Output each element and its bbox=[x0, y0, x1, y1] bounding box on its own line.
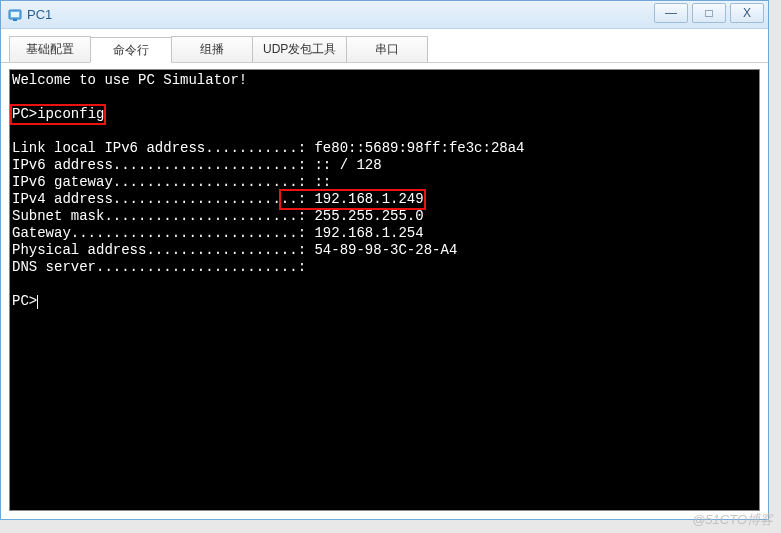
maximize-button[interactable]: □ bbox=[692, 3, 726, 23]
app-icon bbox=[7, 7, 23, 23]
minimize-icon: — bbox=[665, 6, 677, 20]
svg-rect-2 bbox=[13, 19, 17, 21]
line-link-local-ipv6: Link local IPv6 address...........: fe80… bbox=[12, 140, 525, 156]
tab-serial[interactable]: 串口 bbox=[346, 36, 428, 62]
line-dns-server: DNS server........................: bbox=[12, 259, 306, 275]
close-icon: X bbox=[743, 6, 751, 20]
tab-label: 串口 bbox=[375, 41, 399, 58]
mac-value: 54-89-98-3C-28-A4 bbox=[314, 242, 457, 258]
link-local-ipv6-value: fe80::5689:98ff:fe3c:28a4 bbox=[314, 140, 524, 156]
gateway-value: 192.168.1.254 bbox=[314, 225, 423, 241]
cursor bbox=[37, 295, 38, 309]
terminal-container: Welcome to use PC Simulator! PC>ipconfig… bbox=[1, 63, 768, 519]
tab-basic-config[interactable]: 基础配置 bbox=[9, 36, 91, 62]
window-controls: — □ X bbox=[654, 1, 768, 28]
line-gateway: Gateway...........................: 192.… bbox=[12, 225, 424, 241]
tab-multicast[interactable]: 组播 bbox=[171, 36, 253, 62]
tab-command-line[interactable]: 命令行 bbox=[90, 37, 172, 63]
tab-label: 基础配置 bbox=[26, 41, 74, 58]
tab-label: UDP发包工具 bbox=[263, 41, 336, 58]
ipv4-value: 192.168.1.249 bbox=[314, 191, 423, 207]
subnet-value: 255.255.255.0 bbox=[314, 208, 423, 224]
line-ipv6-gateway: IPv6 gateway......................: :: bbox=[12, 174, 331, 190]
minimize-button[interactable]: — bbox=[654, 3, 688, 23]
highlight-command: PC>ipconfig bbox=[12, 106, 104, 123]
line-ipv6-address: IPv6 address......................: :: /… bbox=[12, 157, 382, 173]
app-window: PC1 — □ X 基础配置 命令行 组播 UDP发包工具 串口 Welcome… bbox=[0, 0, 769, 520]
line-subnet-mask: Subnet mask.......................: 255.… bbox=[12, 208, 424, 224]
tab-udp-tool[interactable]: UDP发包工具 bbox=[252, 36, 347, 62]
prompt: PC> bbox=[12, 106, 37, 122]
tab-label: 命令行 bbox=[113, 42, 149, 59]
welcome-line: Welcome to use PC Simulator! bbox=[12, 72, 247, 88]
line-ipv4-address: IPv4 address......................: 192.… bbox=[12, 191, 424, 207]
tab-label: 组播 bbox=[200, 41, 224, 58]
line-physical-address: Physical address..................: 54-8… bbox=[12, 242, 457, 258]
terminal[interactable]: Welcome to use PC Simulator! PC>ipconfig… bbox=[9, 69, 760, 511]
ipv6-gw-value: :: bbox=[314, 174, 331, 190]
maximize-icon: □ bbox=[705, 6, 712, 20]
tab-bar: 基础配置 命令行 组播 UDP发包工具 串口 bbox=[1, 29, 768, 63]
window-title: PC1 bbox=[27, 7, 52, 22]
command-text: ipconfig bbox=[37, 106, 104, 122]
prompt: PC> bbox=[12, 293, 37, 309]
titlebar[interactable]: PC1 — □ X bbox=[1, 1, 768, 29]
highlight-ipv4: ..: 192.168.1.249 bbox=[281, 191, 424, 208]
ipv6-value: :: / 128 bbox=[314, 157, 381, 173]
close-button[interactable]: X bbox=[730, 3, 764, 23]
svg-rect-1 bbox=[11, 12, 19, 17]
